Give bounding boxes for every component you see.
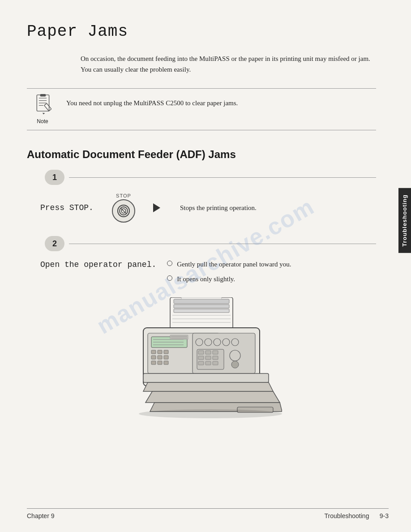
bullet-circle-icon bbox=[167, 261, 172, 266]
stop-icon bbox=[119, 206, 128, 216]
svg-rect-26 bbox=[164, 350, 168, 354]
svg-rect-32 bbox=[164, 361, 168, 365]
svg-rect-5 bbox=[44, 103, 51, 111]
svg-rect-29 bbox=[164, 356, 168, 359]
note-label: Note bbox=[37, 118, 48, 124]
svg-rect-55 bbox=[170, 335, 188, 339]
footer-page-number: 9-3 bbox=[380, 512, 389, 519]
printer-svg bbox=[121, 297, 282, 427]
main-content: Paper Jams On occasion, the document fee… bbox=[0, 0, 398, 532]
footer-page: Troubleshooting 9-3 bbox=[325, 512, 389, 519]
stops-text: Stops the printing operation. bbox=[180, 204, 257, 212]
intro-paragraph: On occasion, the document feeding into t… bbox=[81, 53, 376, 75]
stop-button-area: STOP bbox=[112, 193, 135, 223]
bullet-text-1: Gently pull the operator panel toward yo… bbox=[177, 259, 291, 270]
svg-rect-54 bbox=[181, 297, 222, 299]
svg-rect-45 bbox=[213, 356, 218, 360]
svg-marker-6 bbox=[43, 113, 45, 115]
footer-chapter: Chapter 9 bbox=[27, 512, 54, 519]
press-stop-label: Press STOP. bbox=[40, 203, 98, 212]
arrow-right-icon bbox=[153, 203, 160, 212]
footer: Chapter 9 Troubleshooting 9-3 bbox=[27, 508, 389, 519]
step2-line bbox=[69, 244, 376, 244]
list-item: Gently pull the operator panel toward yo… bbox=[167, 259, 291, 270]
page: manualsarchive.com Troubleshooting Paper… bbox=[0, 0, 411, 532]
svg-rect-47 bbox=[206, 361, 211, 365]
section-heading: Automatic Document Feeder (ADF) Jams bbox=[27, 148, 376, 161]
step1-badge: 1 bbox=[45, 170, 64, 185]
list-item: It opens only slightly. bbox=[167, 274, 291, 284]
footer-section-label: Troubleshooting bbox=[325, 512, 369, 519]
svg-rect-46 bbox=[198, 361, 204, 365]
bullet-circle-icon bbox=[167, 275, 172, 281]
svg-point-50 bbox=[231, 361, 239, 368]
svg-rect-42 bbox=[213, 351, 218, 354]
page-title: Paper Jams bbox=[27, 22, 376, 41]
svg-rect-40 bbox=[198, 351, 204, 354]
step2-badge: 2 bbox=[45, 236, 64, 251]
svg-rect-51 bbox=[143, 373, 269, 382]
svg-rect-43 bbox=[198, 356, 204, 360]
svg-rect-44 bbox=[206, 356, 211, 360]
step2-row: 2 bbox=[27, 236, 376, 251]
svg-rect-24 bbox=[151, 350, 156, 354]
svg-rect-30 bbox=[151, 361, 156, 365]
note-icon-area: Note bbox=[27, 94, 58, 124]
note-text: You need not unplug the MultiPASS C2500 … bbox=[66, 94, 238, 108]
stop-circle bbox=[112, 199, 135, 223]
step1-row: 1 bbox=[27, 170, 376, 185]
svg-rect-25 bbox=[158, 350, 162, 354]
svg-line-10 bbox=[121, 208, 126, 214]
svg-rect-27 bbox=[151, 356, 156, 359]
pencil-note-icon bbox=[33, 94, 53, 116]
open-panel-label: Open the operator panel. bbox=[40, 259, 156, 288]
bullet-list: Gently pull the operator panel toward yo… bbox=[167, 259, 291, 288]
bullet-text-2: It opens only slightly. bbox=[177, 274, 235, 284]
svg-rect-13 bbox=[174, 305, 229, 308]
printer-illustration bbox=[27, 297, 376, 427]
svg-rect-14 bbox=[174, 309, 229, 313]
svg-rect-28 bbox=[158, 356, 162, 359]
stop-inner bbox=[117, 205, 130, 217]
stop-label-text: STOP bbox=[116, 193, 131, 198]
step1-content: Press STOP. STOP Stops the bbox=[40, 193, 376, 223]
svg-rect-48 bbox=[213, 361, 218, 365]
note-block: Note You need not unplug the MultiPASS C… bbox=[27, 88, 376, 130]
svg-rect-12 bbox=[174, 299, 229, 304]
svg-rect-7 bbox=[40, 94, 46, 96]
sidebar-tab: Troubleshooting bbox=[398, 188, 411, 253]
step1-line bbox=[69, 177, 376, 178]
svg-point-53 bbox=[139, 409, 282, 418]
svg-rect-41 bbox=[206, 351, 211, 354]
step2-content: Open the operator panel. Gently pull the… bbox=[40, 259, 376, 288]
svg-rect-31 bbox=[158, 361, 162, 365]
